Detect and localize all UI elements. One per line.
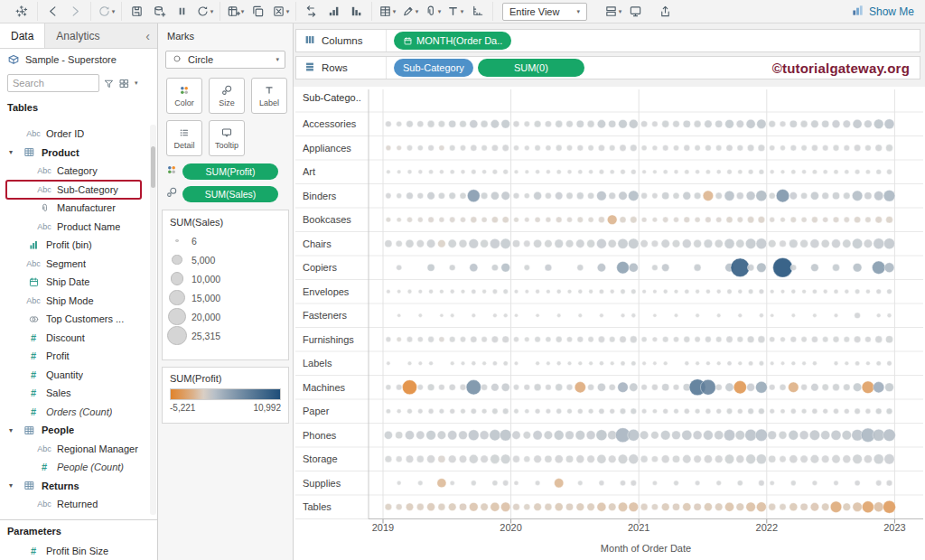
row-label-copiers[interactable]: Copiers [303,256,366,280]
search-input[interactable] [7,74,99,92]
mark-circle[interactable] [631,408,637,415]
mark-circle[interactable] [578,313,582,317]
mark-circle[interactable] [834,289,838,294]
back-button[interactable] [42,2,63,21]
mark-circle[interactable] [652,337,658,342]
run-updates-button[interactable]: ▾ [194,2,215,21]
mark-circle[interactable] [876,481,882,486]
mark-circle[interactable] [450,170,454,174]
mark-circle[interactable] [843,455,851,463]
mark-circle[interactable] [831,430,841,440]
mark-circle[interactable] [673,337,678,342]
mark-circle[interactable] [629,263,638,272]
mark-circle[interactable] [736,192,743,200]
mark-circle[interactable] [886,408,892,415]
mark-circle[interactable] [576,239,584,247]
mark-circle[interactable] [427,503,435,511]
mark-circle[interactable] [609,192,616,200]
mark-circle[interactable] [674,289,678,294]
mark-circle[interactable] [738,170,743,174]
mark-circle[interactable] [459,455,466,462]
mark-circle[interactable] [884,454,894,464]
mark-circle[interactable] [769,455,776,462]
mark-circle[interactable] [705,217,711,222]
field-top-customers[interactable]: Top Customers ... [0,310,149,329]
mark-circle[interactable] [673,145,678,151]
mark-circle[interactable] [834,408,839,414]
mark-circle[interactable] [587,120,594,127]
mark-circle[interactable] [471,217,477,223]
mark-circle[interactable] [821,239,829,247]
mark-circle[interactable] [524,384,530,390]
mark-circle[interactable] [746,119,755,128]
mark-circle[interactable] [620,408,625,414]
mark-circle[interactable] [822,503,829,510]
mark-circle[interactable] [685,361,689,366]
mark-circle[interactable] [587,455,595,463]
mark-circle[interactable] [501,191,510,201]
mark-circle[interactable] [472,361,476,366]
mark-circle[interactable] [855,481,860,486]
mark-circle[interactable] [780,456,786,462]
mark-circle[interactable] [780,290,784,294]
mark-circle[interactable] [800,503,808,510]
mark-circle[interactable] [800,455,808,462]
field-sub-category[interactable]: AbcSub-Category [0,181,149,200]
mark-circle[interactable] [662,120,669,127]
mark-circle[interactable] [640,240,648,247]
field-product[interactable]: ▾Product [0,144,149,163]
mark-circle[interactable] [417,121,424,127]
totals-button[interactable]: ▾ [377,2,397,21]
row-label-accessories[interactable]: Accessories [303,112,366,136]
mark-circle[interactable] [773,257,793,277]
mark-circle[interactable] [608,239,616,247]
mark-circle[interactable] [887,289,892,294]
mark-circle[interactable] [450,361,454,366]
mark-circle[interactable] [630,336,637,343]
mark-circle[interactable] [756,502,766,512]
mark-circle[interactable] [759,481,764,486]
mark-circle[interactable] [874,191,883,201]
mark-circle[interactable] [503,481,509,486]
mark-circle[interactable] [700,379,715,395]
mark-circle[interactable] [716,337,722,342]
mark-circle[interactable] [843,503,851,511]
mark-circle[interactable] [747,217,753,223]
mark-circle[interactable] [833,336,839,342]
duplicate-button[interactable] [248,2,268,21]
mark-circle[interactable] [886,216,893,223]
mark-circle[interactable] [770,361,773,365]
mark-circle[interactable] [853,502,862,511]
mark-circle[interactable] [758,145,765,152]
mark-circle[interactable] [492,481,498,486]
mark-circle[interactable] [716,289,721,294]
mark-circle[interactable] [617,261,630,274]
mark-circle[interactable] [854,336,861,343]
mark-circle[interactable] [607,215,617,225]
mark-circle[interactable] [387,361,390,365]
mark-circle[interactable] [703,191,714,201]
field-returns[interactable]: ▾Returns [0,477,149,496]
mark-circle[interactable] [674,481,679,486]
mark-circle[interactable] [535,337,540,342]
mark-circle[interactable] [514,337,519,342]
mark-circle[interactable] [823,408,828,414]
mark-circle[interactable] [810,239,819,248]
detail-button[interactable]: Detail [166,120,202,156]
mark-circle[interactable] [577,408,583,414]
mark-circle[interactable] [844,192,851,200]
shelf-pill-sum-0[interactable]: SUM(0) [478,59,584,77]
mark-circle[interactable] [524,456,530,462]
mark-circle[interactable] [673,120,680,127]
mark-circle[interactable] [481,337,487,342]
datasource-item[interactable]: Sample - Superstore [0,49,157,70]
mark-circle[interactable] [525,337,530,342]
mark-circle[interactable] [733,381,746,394]
mark-circle[interactable] [865,408,871,414]
mark-circle[interactable] [547,170,551,174]
mark-circle[interactable] [566,192,573,199]
mark-circle[interactable] [524,240,530,247]
mark-circle[interactable] [716,361,721,366]
mark-circle[interactable] [588,217,593,222]
mark-circle[interactable] [641,217,647,222]
